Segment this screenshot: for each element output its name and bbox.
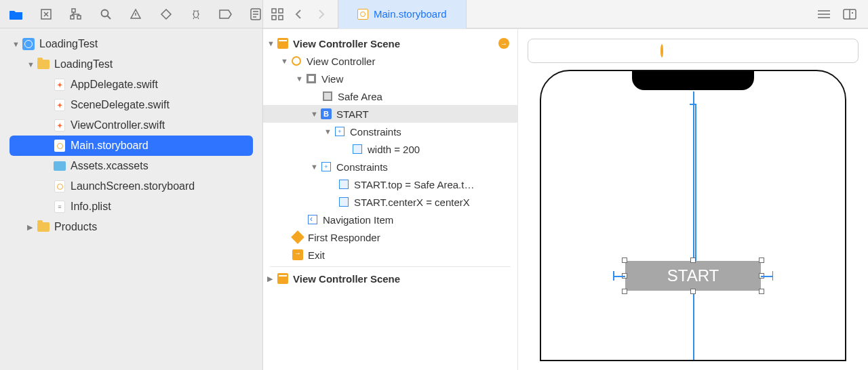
project-root[interactable]: ▼LoadingTest	[0, 34, 262, 54]
project-navigator: ▼LoadingTest ▼LoadingTest AppDelegate.sw…	[0, 28, 263, 370]
file-main-storyboard[interactable]: Main.storyboard	[9, 136, 253, 156]
outline-vc[interactable]: ▼View Controller	[263, 52, 517, 70]
storyboard-icon	[357, 9, 368, 20]
top-constraint-guide	[692, 104, 694, 273]
width-constraint-indicator	[613, 276, 625, 277]
outline-view[interactable]: ▼View	[263, 70, 517, 87]
outline-first-responder[interactable]: First Responder	[263, 228, 517, 246]
navigator-toolbar	[0, 0, 263, 28]
outline-start-button[interactable]: ▼BSTART	[263, 105, 517, 123]
tab-label: Main.storyboard	[374, 8, 447, 20]
selection-handle[interactable]	[622, 258, 627, 263]
group-products[interactable]: ▶Products	[0, 217, 262, 237]
selection-handle[interactable]	[622, 289, 627, 294]
test-navigator-icon[interactable]	[159, 7, 173, 22]
editor-toolbar: Main.storyboard	[263, 0, 868, 28]
selection-handle[interactable]	[759, 289, 764, 294]
file-info-plist[interactable]: Info.plist	[0, 197, 262, 217]
svg-point-5	[193, 11, 198, 18]
forward-button[interactable]	[312, 5, 331, 24]
file-viewcontroller[interactable]: ViewController.swift	[0, 115, 262, 136]
symbol-navigator-icon[interactable]	[69, 7, 83, 22]
outline-exit[interactable]: Exit	[263, 246, 517, 264]
file-launchscreen[interactable]: LaunchScreen.storyboard	[0, 176, 262, 197]
svg-rect-1	[72, 9, 75, 12]
selection-handle[interactable]	[690, 289, 696, 294]
start-button-label: START	[667, 266, 719, 285]
find-navigator-icon[interactable]	[99, 7, 113, 22]
outline-constraints-1[interactable]: ▼Constraints	[263, 123, 517, 140]
vc-dock-icon[interactable]	[660, 45, 671, 56]
file-appdelegate[interactable]: AppDelegate.swift	[0, 75, 262, 95]
outline-width-constraint[interactable]: width = 200	[263, 140, 517, 158]
device-notch	[632, 71, 754, 90]
svg-rect-9	[272, 16, 276, 20]
width-constraint-bar	[613, 271, 614, 281]
add-editor-icon[interactable]	[842, 7, 857, 22]
width-constraint-bar	[772, 271, 774, 281]
svg-rect-8	[279, 9, 283, 13]
scene-dock	[528, 39, 859, 63]
svg-rect-7	[272, 9, 276, 13]
svg-rect-2	[71, 16, 74, 19]
toolbar: Main.storyboard	[0, 0, 868, 28]
document-outline: ▼View Controller Scene ▼View Controller …	[263, 29, 518, 370]
outline-nav-item[interactable]: Navigation Item	[263, 211, 517, 228]
report-navigator-icon[interactable]	[249, 7, 262, 22]
outline-scene-1[interactable]: ▼View Controller Scene	[263, 35, 517, 52]
svg-rect-10	[279, 16, 283, 20]
group-folder[interactable]: ▼LoadingTest	[0, 54, 262, 75]
editor-options-icon[interactable]	[816, 7, 831, 22]
exit-dock-icon[interactable]	[715, 45, 726, 56]
editor-tab[interactable]: Main.storyboard	[338, 0, 467, 28]
breakpoint-navigator-icon[interactable]	[219, 7, 233, 22]
width-constraint-indicator	[761, 276, 773, 277]
first-responder-dock-icon[interactable]	[688, 45, 698, 56]
outline-top-constraint[interactable]: START.top = Safe Area.t…	[263, 176, 517, 193]
outline-constraints-2[interactable]: ▼Constraints	[263, 158, 517, 176]
debug-navigator-icon[interactable]	[189, 7, 203, 22]
interface-builder-canvas[interactable]: START	[518, 29, 868, 370]
start-button-canvas[interactable]: START	[625, 261, 761, 291]
outline-scene-2[interactable]: ▶View Controller Scene	[263, 270, 517, 287]
back-button[interactable]	[289, 5, 308, 24]
entry-point-icon	[498, 38, 509, 49]
file-assets[interactable]: Assets.xcassets	[0, 156, 262, 176]
selection-handle[interactable]	[690, 258, 696, 263]
selection-handle[interactable]	[759, 258, 764, 263]
svg-point-4	[102, 9, 108, 16]
svg-rect-3	[77, 16, 81, 19]
related-items-icon[interactable]	[270, 7, 285, 22]
source-control-icon[interactable]	[39, 7, 53, 22]
editor-area: LoadingTest〉 Lo…est〉 Ma…rd〉 Ma…se)〉 Vi…e…	[263, 28, 868, 370]
project-navigator-icon[interactable]	[9, 7, 23, 22]
outline-safe-area[interactable]: Safe Area	[263, 87, 517, 105]
file-scenedelegate[interactable]: SceneDelegate.swift	[0, 95, 262, 115]
issue-navigator-icon[interactable]	[129, 7, 142, 22]
device-frame[interactable]: START	[540, 70, 846, 361]
outline-centerx-constraint[interactable]: START.centerX = centerX	[263, 193, 517, 211]
